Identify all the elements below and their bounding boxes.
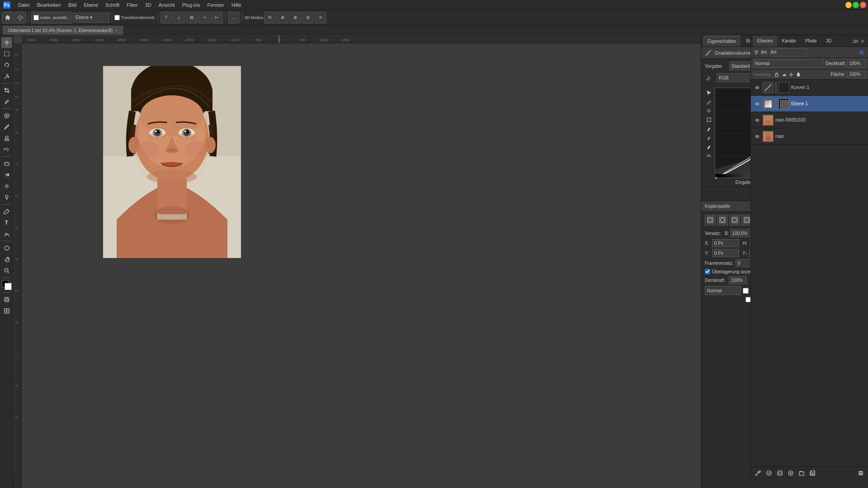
tool-crop[interactable] [1,85,12,96]
3d-pan-btn[interactable]: ⊕ [277,12,288,23]
3d-zoom-btn[interactable]: ⊗ [289,12,301,23]
tool-3d[interactable] [1,243,12,253]
fill-input[interactable] [847,71,865,78]
more-btn[interactable]: ... [228,12,240,23]
layer-mode-dropdown[interactable]: Ebene ▾ [73,13,109,23]
eyedrop-black-btn[interactable] [705,125,713,133]
tool-lasso[interactable] [1,60,12,70]
menu-plugins[interactable]: Plug-ins [179,1,204,9]
sample-all-btn[interactable] [705,116,713,124]
tool-hand[interactable] [1,254,12,265]
panel-close-btn[interactable]: × [861,38,866,45]
home-button[interactable] [2,12,14,23]
lock-image-btn[interactable] [781,71,787,78]
layer-item[interactable]: man [751,128,868,145]
new-layer-btn[interactable] [808,469,817,478]
lock-position-btn[interactable] [788,71,794,78]
add-style-btn[interactable] [764,469,774,478]
tab-pfade[interactable]: Pfade [801,36,821,47]
tool-magic-wand[interactable] [1,71,12,82]
menu-fenster[interactable]: Fenster [204,1,228,9]
3d-orbit-btn[interactable]: ↻ [264,12,276,23]
auto-select-btn[interactable]: Auton. auswäh... [31,12,72,23]
tool-pen[interactable] [1,206,12,217]
delete-layer-btn[interactable] [856,469,865,478]
tool-eyedropper[interactable] [1,96,12,107]
lock-transparent-btn[interactable] [774,71,780,78]
align-top-btn[interactable]: ⊤ [160,12,172,23]
layer-eye-btn[interactable] [754,117,761,124]
eyedropper-auto-btn[interactable] [705,74,713,82]
auto-select-checkbox[interactable] [33,15,39,20]
menu-bild[interactable]: Bild [65,1,80,9]
tool-type[interactable]: T [1,217,12,228]
menu-filter[interactable]: Filter [123,1,141,9]
new-group-btn[interactable] [797,469,806,478]
tool-gradient[interactable] [1,169,12,180]
type-select[interactable]: Art [770,48,807,56]
panel-collapse-btn[interactable]: ≫ [850,38,861,45]
menu-3d[interactable]: 3D [142,1,155,9]
menu-schrift[interactable]: Schrift [102,1,123,9]
menu-ebene[interactable]: Ebene [80,1,102,9]
tool-selection[interactable] [1,48,12,59]
tool-quickmask[interactable] [1,294,12,305]
tab-eigenschaften[interactable]: Eigenschaften [703,36,741,47]
tool-dodge[interactable] [1,192,12,203]
clone-source-2[interactable] [717,215,728,225]
curve-pencil-btn[interactable] [705,98,713,106]
y-input[interactable] [712,249,739,257]
layer-item[interactable]: Kurven 1 [751,80,868,96]
opacity-input[interactable] [847,60,865,68]
lock-all-btn[interactable] [795,71,802,78]
sample-btn[interactable] [705,107,713,115]
add-mask-btn[interactable] [775,469,784,478]
clone-source-3[interactable] [729,215,740,225]
menu-datei[interactable]: Datei [14,1,33,9]
tool-blur[interactable] [1,181,12,192]
tool-brush[interactable] [1,122,12,132]
tab-close-btn[interactable]: × [115,28,118,33]
close-button[interactable]: × [860,2,866,8]
auto-ausblenden-checkbox[interactable] [743,288,749,294]
document-tab[interactable]: Unbenannt-1 bei 10,4% (Kurven 1, Ebenenm… [3,26,123,35]
filter-toggle-btn[interactable] [858,49,865,56]
tool-history-brush[interactable] [1,144,12,155]
modus-select[interactable]: Normal [705,286,741,295]
clone-source-1[interactable] [705,215,716,225]
minimize-button[interactable]: － [845,2,852,8]
align-bottom-btn[interactable]: ⊞ [186,12,198,23]
maximize-button[interactable]: ＋ [853,2,859,8]
layer-eye-btn[interactable] [754,100,761,108]
layer-item[interactable]: Ebene 1 [751,96,868,112]
transform-checkbox[interactable] [114,15,120,20]
move-tool-btn[interactable] [14,12,26,23]
align-middle-btn[interactable]: ⊥ [173,12,185,23]
layer-item[interactable]: man-59081920 [751,112,868,128]
overlay-checkbox[interactable] [705,269,710,274]
tool-move[interactable] [1,37,12,48]
waveform-btn[interactable] [705,152,713,160]
tab-3d[interactable]: 3D [821,36,836,47]
new-adjustment-btn[interactable] [786,469,795,478]
menu-ansicht[interactable]: Ansicht [155,1,179,9]
align-center-btn[interactable]: ⊢ [211,12,223,23]
layer-eye-btn[interactable] [754,133,761,140]
foreground-color[interactable] [2,280,12,290]
eyedrop-white-btn[interactable] [705,143,713,151]
link-layers-btn[interactable] [754,469,763,478]
curve-pointer-btn[interactable] [705,89,713,97]
x-input[interactable] [712,239,739,247]
3d-options-btn[interactable]: ≡ [315,12,326,23]
blending-mode-select[interactable]: Normal [754,60,824,68]
menu-hilfe[interactable]: Hilfe [228,1,245,9]
tool-heal[interactable] [1,110,12,121]
tool-eraser[interactable] [1,158,12,169]
layer-eye-btn[interactable] [754,84,761,91]
frameversatz-input[interactable] [736,259,751,267]
tool-zoom[interactable] [1,265,12,276]
tool-path[interactable] [1,229,12,239]
eyedrop-gray-btn[interactable] [705,134,713,142]
tab-ebenen[interactable]: Ebenen [753,36,777,47]
tool-layout[interactable] [1,305,12,316]
